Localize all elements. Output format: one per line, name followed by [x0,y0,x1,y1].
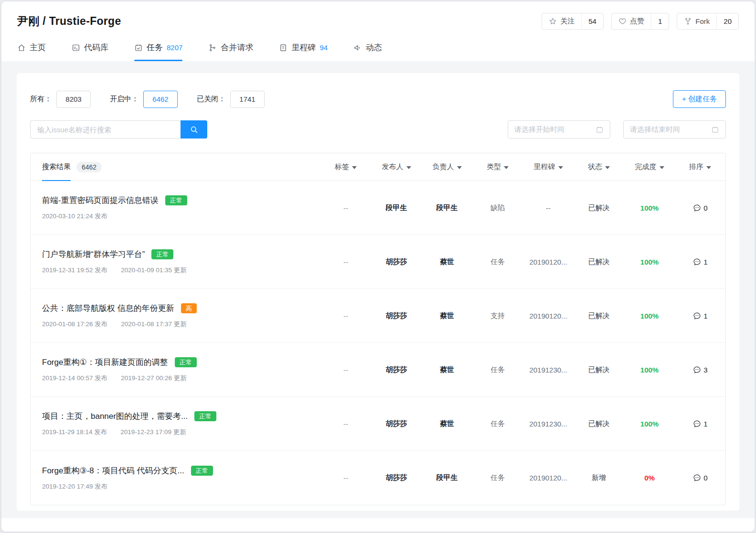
app-window: 尹刚 / Trustie-Forge 关注 54 点赞 1 [1,1,755,532]
issue-title[interactable]: 前端-重置密码页面提示信息错误 [42,195,159,206]
tab-label: 动态 [366,42,382,53]
status-value: 已解决 [574,203,624,213]
status-value: 已解决 [574,311,624,320]
praise-count[interactable]: 1 [651,13,669,29]
issue-title[interactable]: Forge重构③-8：项目代码 代码分支页... [42,465,184,476]
column-sort[interactable]: 排序 [675,153,725,181]
comments-button[interactable]: 0 [675,203,725,213]
status-value: 已解决 [574,257,624,266]
chevron-down-icon [504,166,509,169]
column-milestone[interactable]: 里程碑 [523,153,574,181]
merge-request-icon [208,43,217,52]
published-date: 2019-12-20 17:49 发布 [42,482,107,491]
type-value: 支持 [472,311,523,320]
publisher-value[interactable]: 胡莎莎 [371,257,422,266]
column-publisher[interactable]: 发布人 [371,153,422,181]
tab-pull-requests[interactable]: 合并请求 [208,42,253,61]
progress-value: 100% [624,258,675,266]
comments-button[interactable]: 1 [675,419,725,428]
publisher-value[interactable]: 胡莎莎 [371,365,422,374]
tab-activity[interactable]: 动态 [353,42,382,61]
comments-button[interactable]: 1 [675,311,725,320]
progress-value: 100% [624,420,675,428]
watch-label: 关注 [560,17,575,26]
tab-home[interactable]: 主页 [17,42,46,61]
publisher-value[interactable]: 胡莎莎 [371,311,422,320]
tab-milestones[interactable]: 里程碑 94 [279,42,328,61]
issue-title[interactable]: 公共：底部导航版权 信息的年份更新 [42,303,174,314]
publisher-value[interactable]: 胡莎莎 [371,473,422,482]
issue-title[interactable]: 门户导航新增“群体学习平台” [42,249,145,260]
watch-button[interactable]: 关注 54 [542,13,604,30]
type-value: 任务 [472,419,523,428]
milestone-value: 20190120... [523,258,574,266]
publisher-value[interactable]: 段甲生 [371,203,422,213]
page-header: 尹刚 / Trustie-Forge 关注 54 点赞 1 [1,1,755,61]
comment-count: 1 [703,420,707,428]
tab-label: 代码库 [84,42,108,53]
progress-value: 100% [624,204,675,212]
start-date-picker[interactable]: 请选择开始时间 [508,120,610,139]
comment-count: 3 [703,366,707,374]
status-badge: 正常 [165,195,187,205]
column-type[interactable]: 类型 [472,153,523,181]
result-count-badge: 6462 [76,162,102,172]
praise-button[interactable]: 点赞 1 [611,13,669,30]
filter-open-count[interactable]: 6462 [143,91,178,108]
chevron-down-icon [457,166,462,169]
calendar-icon [596,126,604,134]
issue-title[interactable]: Forge重构①：项目新建页面的调整 [42,357,168,368]
assignee-value[interactable]: 蔡世 [422,365,472,374]
published-date: 2020-03-10 21:24 发布 [42,212,107,221]
create-issue-button[interactable]: + 创建任务 [673,90,726,108]
fork-count[interactable]: 20 [716,13,738,29]
activity-icon [353,43,362,52]
search-icon [190,125,199,134]
tag-value: -- [320,366,371,374]
publisher-value[interactable]: 胡莎莎 [371,419,422,428]
result-tab[interactable]: 搜索结果 [42,153,71,181]
chevron-down-icon [706,166,711,169]
progress-value: 100% [624,312,675,320]
tab-repository[interactable]: 代码库 [72,42,108,61]
column-assignee[interactable]: 负责人 [422,153,472,181]
assignee-value[interactable]: 蔡世 [422,311,472,320]
tab-label: 任务 [147,42,163,53]
start-date-placeholder: 请选择开始时间 [514,125,564,134]
table-row: Forge重构①：项目新建页面的调整 正常 2019-12-14 00:57 发… [31,343,725,397]
assignee-value[interactable]: 蔡世 [422,419,472,428]
column-status[interactable]: 状态 [574,153,624,181]
milestone-value: 20190120... [523,312,574,320]
star-icon [549,17,557,25]
issue-title[interactable]: 项目：主页，banner图的处理，需要考... [42,411,188,422]
tab-issues[interactable]: 任务 8207 [134,42,182,61]
column-tag[interactable]: 标签 [320,153,371,181]
assignee-value[interactable]: 段甲生 [422,203,472,213]
filter-closed-count[interactable]: 1741 [230,91,265,108]
end-date-placeholder: 请选择结束时间 [630,125,680,134]
fork-label: Fork [695,17,710,25]
search-button[interactable] [181,120,207,139]
end-date-picker[interactable]: 请选择结束时间 [623,120,726,139]
assignee-value[interactable]: 段甲生 [422,473,472,482]
search-input[interactable] [30,120,181,139]
status-filters: 所有： 8203 开启中： 6462 已关闭： 1741 + 创建任务 [30,90,726,108]
task-icon [134,43,143,52]
table-row: Forge重构③-8：项目代码 代码分支页... 正常 2019-12-20 1… [31,451,725,505]
calendar-icon [711,126,719,134]
comments-button[interactable]: 0 [675,473,725,482]
filter-all-count[interactable]: 8203 [56,91,91,108]
watch-count[interactable]: 54 [581,13,603,29]
assignee-value[interactable]: 蔡世 [422,257,472,266]
updated-date: 2020-01-08 17:37 更新 [121,320,186,329]
content-area: 所有： 8203 开启中： 6462 已关闭： 1741 + 创建任务 [1,61,755,518]
table-header: 搜索结果 6462 标签 发布人 负责人 类型 里程碑 状态 完成度 排序 [31,153,725,181]
table-row: 公共：底部导航版权 信息的年份更新 高 2020-01-08 17:26 发布 … [31,289,725,343]
fork-button[interactable]: Fork 20 [677,13,739,30]
column-progress[interactable]: 完成度 [624,153,675,181]
comments-button[interactable]: 3 [675,365,725,374]
tab-label: 合并请求 [221,42,253,53]
comments-button[interactable]: 1 [675,257,725,266]
status-badge: 正常 [191,466,213,476]
comment-count: 1 [703,312,707,320]
